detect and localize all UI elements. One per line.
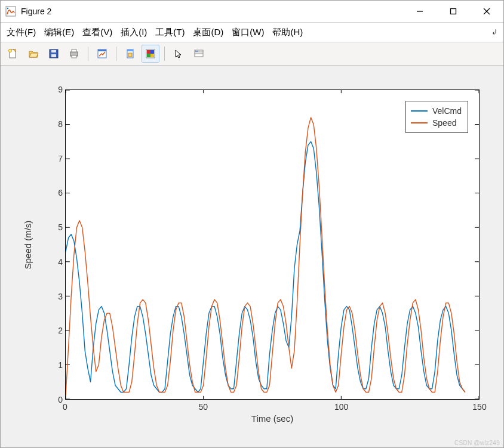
x-axis-label: Time (sec) xyxy=(65,413,480,424)
legend-label: VelCmd xyxy=(432,106,462,116)
svg-rect-28 xyxy=(195,51,198,52)
colorbar-icon[interactable] xyxy=(142,45,159,63)
toolbar-separator xyxy=(164,47,165,61)
svg-rect-14 xyxy=(72,55,76,58)
svg-rect-10 xyxy=(51,50,56,52)
x-tick-label: 50 xyxy=(191,402,215,412)
y-tick-label: 1 xyxy=(39,360,63,370)
svg-rect-24 xyxy=(150,54,154,57)
toolbar-separator xyxy=(88,47,88,61)
window-title: Figure 2 xyxy=(21,7,403,16)
arrow-cursor-icon[interactable] xyxy=(170,45,188,63)
menu-insert[interactable]: 插入(I) xyxy=(121,27,147,38)
svg-rect-18 xyxy=(127,50,133,51)
svg-rect-3 xyxy=(451,9,456,14)
close-button[interactable] xyxy=(470,1,503,22)
matlab-figure-icon xyxy=(5,6,16,17)
x-tick-label: 150 xyxy=(468,402,491,412)
legend-entry-speed[interactable]: Speed xyxy=(411,117,462,129)
maximize-button[interactable] xyxy=(437,1,470,22)
svg-line-4 xyxy=(484,8,490,14)
svg-rect-21 xyxy=(147,50,150,54)
svg-point-1 xyxy=(7,8,8,9)
legend[interactable]: VelCmd Speed xyxy=(405,101,468,133)
menu-bar: 文件(F) 编辑(E) 查看(V) 插入(I) 工具(T) 桌面(D) 窗口(W… xyxy=(1,23,503,42)
window-controls xyxy=(403,1,503,22)
svg-rect-11 xyxy=(51,54,56,57)
svg-rect-16 xyxy=(98,50,106,51)
svg-point-8 xyxy=(9,50,12,52)
legend-swatch xyxy=(411,110,428,112)
x-tick-label: 0 xyxy=(53,402,77,412)
link-icon[interactable] xyxy=(121,45,139,63)
figure-window: Figure 2 文件(F) 编辑(E) 查看(V) 插入(I) 工具(T) 桌… xyxy=(0,0,504,448)
y-tick-label: 6 xyxy=(39,188,63,197)
menu-overflow-icon[interactable]: ↲ xyxy=(491,28,497,36)
menu-view[interactable]: 查看(V) xyxy=(82,27,112,38)
svg-line-5 xyxy=(484,8,490,14)
y-tick-label: 3 xyxy=(39,292,63,301)
svg-rect-22 xyxy=(150,50,154,54)
svg-rect-23 xyxy=(147,54,150,57)
menu-file[interactable]: 文件(F) xyxy=(7,27,36,38)
open-folder-icon[interactable] xyxy=(24,45,42,63)
menu-help[interactable]: 帮助(H) xyxy=(272,27,303,38)
y-tick-label: 7 xyxy=(39,154,63,163)
edit-plot-icon[interactable] xyxy=(93,45,111,63)
line-plot xyxy=(66,90,479,399)
figure-toolbar xyxy=(1,42,503,66)
axes-container: 0123456789 050100150 Speed (m/s) VelCmd … xyxy=(36,84,485,424)
data-cursor-icon[interactable] xyxy=(190,45,208,63)
menu-window[interactable]: 窗口(W) xyxy=(232,27,264,38)
plot-area[interactable]: VelCmd Speed xyxy=(65,89,480,400)
svg-rect-19 xyxy=(128,53,132,57)
watermark-text: CSDN @wlz249 xyxy=(454,440,500,446)
toolbar-separator xyxy=(116,47,116,61)
figure-canvas[interactable]: 0123456789 050100150 Speed (m/s) VelCmd … xyxy=(1,66,503,447)
save-icon[interactable] xyxy=(45,45,63,63)
legend-entry-velcmd[interactable]: VelCmd xyxy=(411,105,462,117)
x-tick-label: 100 xyxy=(330,402,354,412)
y-tick-label: 5 xyxy=(39,223,63,232)
print-icon[interactable] xyxy=(65,45,83,63)
y-tick-label: 8 xyxy=(39,119,63,129)
menu-edit[interactable]: 编辑(E) xyxy=(44,27,74,38)
y-axis-label: Speed (m/s) xyxy=(22,89,34,400)
title-bar[interactable]: Figure 2 xyxy=(1,1,503,23)
menu-tools[interactable]: 工具(T) xyxy=(155,27,185,38)
y-tick-label: 9 xyxy=(39,85,63,94)
legend-swatch xyxy=(411,122,428,123)
legend-label: Speed xyxy=(432,118,456,128)
y-tick-label: 2 xyxy=(39,326,63,335)
minimize-button[interactable] xyxy=(403,1,437,22)
y-tick-label: 4 xyxy=(39,257,63,267)
svg-rect-13 xyxy=(72,50,76,52)
menu-desktop[interactable]: 桌面(D) xyxy=(193,27,223,38)
new-file-icon[interactable] xyxy=(4,45,22,63)
